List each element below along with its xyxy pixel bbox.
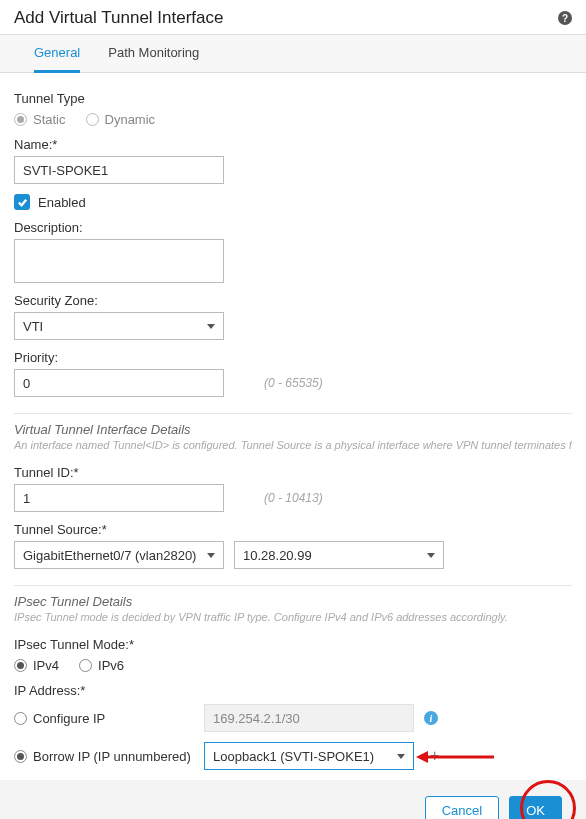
- tunnel-source-iface-value: GigabitEthernet0/7 (vlan2820): [23, 548, 196, 563]
- help-icon[interactable]: ?: [558, 11, 572, 25]
- priority-label: Priority:: [14, 350, 572, 365]
- cancel-button[interactable]: Cancel: [425, 796, 499, 819]
- description-label: Description:: [14, 220, 572, 235]
- radio-ipv4-label: IPv4: [33, 658, 59, 673]
- add-icon[interactable]: +: [430, 747, 439, 765]
- vti-section-title: Virtual Tunnel Interface Details: [14, 422, 572, 437]
- name-input[interactable]: [14, 156, 224, 184]
- vti-section-desc: An interface named Tunnel<ID> is configu…: [14, 439, 572, 451]
- svg-marker-1: [416, 751, 428, 763]
- ip-address-label: IP Address:*: [14, 683, 572, 698]
- borrow-ip-value: Loopback1 (SVTI-SPOKE1): [213, 749, 374, 764]
- security-zone-label: Security Zone:: [14, 293, 572, 308]
- radio-dynamic[interactable]: [86, 113, 99, 126]
- security-zone-value: VTI: [23, 319, 43, 334]
- radio-ipv6-label: IPv6: [98, 658, 124, 673]
- ok-button[interactable]: OK: [509, 796, 562, 819]
- priority-input[interactable]: [14, 369, 224, 397]
- priority-hint: (0 - 65535): [264, 376, 323, 390]
- enabled-checkbox[interactable]: [14, 194, 30, 210]
- tunnel-source-iface-select[interactable]: GigabitEthernet0/7 (vlan2820): [14, 541, 224, 569]
- info-icon[interactable]: i: [424, 711, 438, 725]
- tab-path-monitoring[interactable]: Path Monitoring: [108, 35, 199, 72]
- tunnel-source-ip-select[interactable]: 10.28.20.99: [234, 541, 444, 569]
- ipsec-mode-label: IPsec Tunnel Mode:*: [14, 637, 572, 652]
- radio-dynamic-label: Dynamic: [105, 112, 156, 127]
- tunnel-type-label: Tunnel Type: [14, 91, 572, 106]
- security-zone-select[interactable]: VTI: [14, 312, 224, 340]
- name-label: Name:*: [14, 137, 572, 152]
- ipsec-section-title: IPsec Tunnel Details: [14, 594, 572, 609]
- tunnel-id-hint: (0 - 10413): [264, 491, 323, 505]
- radio-ipv4[interactable]: [14, 659, 27, 672]
- description-input[interactable]: [14, 239, 224, 283]
- tunnel-source-ip-value: 10.28.20.99: [243, 548, 312, 563]
- tabs: General Path Monitoring: [0, 34, 586, 73]
- chevron-down-icon: [427, 553, 435, 558]
- enabled-label: Enabled: [38, 195, 86, 210]
- radio-ipv6[interactable]: [79, 659, 92, 672]
- radio-borrow-ip[interactable]: [14, 750, 27, 763]
- ipsec-section-desc: IPsec Tunnel mode is decided by VPN traf…: [14, 611, 572, 623]
- configure-ip-value: 169.254.2.1/30: [204, 704, 414, 732]
- radio-static[interactable]: [14, 113, 27, 126]
- radio-borrow-ip-label: Borrow IP (IP unnumbered): [33, 749, 191, 764]
- chevron-down-icon: [207, 324, 215, 329]
- radio-configure-ip[interactable]: [14, 712, 27, 725]
- tunnel-id-label: Tunnel ID:*: [14, 465, 572, 480]
- radio-configure-ip-label: Configure IP: [33, 711, 105, 726]
- chevron-down-icon: [207, 553, 215, 558]
- tunnel-id-input[interactable]: [14, 484, 224, 512]
- borrow-ip-select[interactable]: Loopback1 (SVTI-SPOKE1): [204, 742, 414, 770]
- arrow-annotation: [414, 747, 494, 767]
- tab-general[interactable]: General: [34, 35, 80, 73]
- tunnel-source-label: Tunnel Source:*: [14, 522, 572, 537]
- chevron-down-icon: [397, 754, 405, 759]
- radio-static-label: Static: [33, 112, 66, 127]
- dialog-title: Add Virtual Tunnel Interface: [14, 8, 224, 28]
